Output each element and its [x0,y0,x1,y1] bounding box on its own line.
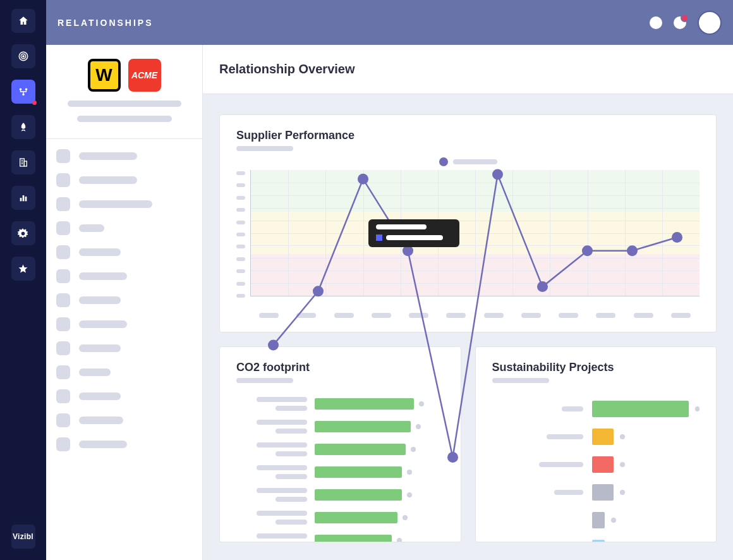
app-logo-text: Vizibl [13,532,33,541]
sidebar-item[interactable] [56,245,192,259]
sust-value-dot [620,462,625,467]
supplier-performance-title: Supplier Performance [236,129,700,142]
y-tick [236,245,245,248]
supplier-legend [236,157,700,166]
relationship-name-placeholder [68,100,181,107]
brand-left: W [88,59,121,92]
avatar[interactable] [698,11,722,35]
nav-settings[interactable] [11,221,35,245]
sidebar-item[interactable] [56,149,192,163]
supplier-performance-card: Supplier Performance [219,114,717,332]
sidebar-item[interactable] [56,317,192,331]
chart-tooltip [368,219,459,247]
brand-pair: W ACME [88,59,161,92]
svg-point-20 [672,232,682,243]
topbar: RELATIONSHIPS [46,0,733,45]
main-body: Supplier Performance CO2 footprint [203,94,733,560]
nav-favorites[interactable] [11,257,35,281]
sidebar-item-icon [56,245,70,259]
sidebar-item[interactable] [56,197,192,211]
relationship-sub-placeholder [77,116,172,122]
header-action-1[interactable] [650,16,662,29]
main-header: Relationship Overview [203,45,733,94]
y-tick [236,233,245,236]
y-tick [236,257,245,261]
svg-point-17 [537,281,548,292]
page-title: RELATIONSHIPS [58,18,154,28]
sidebar-item-label-placeholder [79,320,127,328]
nav-network[interactable] [11,80,35,104]
svg-point-11 [268,339,279,350]
sidebar-item[interactable] [56,341,192,355]
svg-point-4 [25,88,27,90]
sust-value-dot [695,406,700,411]
sidebar-item-label-placeholder [79,417,123,424]
svg-rect-9 [22,195,24,201]
sust-bar [592,401,689,417]
sidebar-item-label-placeholder [79,176,137,184]
building-icon [18,157,28,167]
svg-point-16 [492,169,503,180]
sidebar-item-icon [56,413,70,427]
nav-target[interactable] [11,44,35,68]
tooltip-title-placeholder [376,224,427,229]
sidebar-item-label-placeholder [79,224,104,232]
y-tick [236,196,245,200]
sust-value-dot [620,434,625,439]
sidebar-item-icon [56,437,70,451]
nav-rail: Vizibl [0,0,46,560]
sidebar-item-label-placeholder [79,393,121,400]
sidebar-item[interactable] [56,413,192,427]
main-title: Relationship Overview [219,62,355,76]
sidebar-item-label-placeholder [79,272,127,280]
sidebar-item[interactable] [56,221,192,235]
sidebar-item-icon [56,221,70,235]
y-tick [236,208,245,212]
sidebar-item[interactable] [56,389,192,403]
svg-rect-10 [25,197,27,201]
legend-dot-icon [439,157,448,166]
sidebar-item-icon [56,317,70,331]
star-icon [18,264,28,274]
sust-bar [592,512,605,528]
sust-bar [592,429,614,445]
nav-analytics[interactable] [11,186,35,210]
sidebar-item-label-placeholder [79,344,121,352]
app-logo[interactable]: Vizibl [0,525,46,549]
svg-point-2 [22,56,23,57]
sidebar-item[interactable] [56,269,192,283]
sidebar-item[interactable] [56,437,192,451]
svg-point-12 [313,286,324,296]
notifications-icon[interactable] [674,16,686,29]
supplier-performance-subtitle-placeholder [236,146,293,151]
sidebar-item-icon [56,365,70,379]
sidebar-item-icon [56,341,70,355]
sidebar-item-label-placeholder [79,368,111,376]
y-tick [236,282,245,286]
sust-track [592,512,700,528]
sidebar-item-icon [56,293,70,307]
y-tick [236,171,245,175]
tooltip-series-label-placeholder [386,235,443,240]
header-actions [650,11,722,35]
nav-home[interactable] [11,9,35,33]
nav-building[interactable] [11,150,35,174]
relationship-header: W ACME [46,45,202,139]
home-icon [18,15,29,27]
svg-point-19 [627,245,638,256]
svg-point-18 [582,245,593,256]
svg-point-5 [22,94,24,95]
sidebar-item-icon [56,389,70,403]
sidebar-item[interactable] [56,293,192,307]
sust-track [592,401,700,417]
sidebar-item[interactable] [56,173,192,187]
supplier-performance-chart[interactable] [236,170,700,309]
tooltip-series-color [376,234,382,241]
sidebar-menu [46,139,202,461]
sidebar-item[interactable] [56,365,192,379]
nav-rocket[interactable] [11,115,35,139]
sust-value-dot [611,518,616,523]
brand-right: ACME [128,59,161,92]
svg-rect-7 [24,161,27,166]
main: Relationship Overview Supplier Performan… [203,45,733,560]
